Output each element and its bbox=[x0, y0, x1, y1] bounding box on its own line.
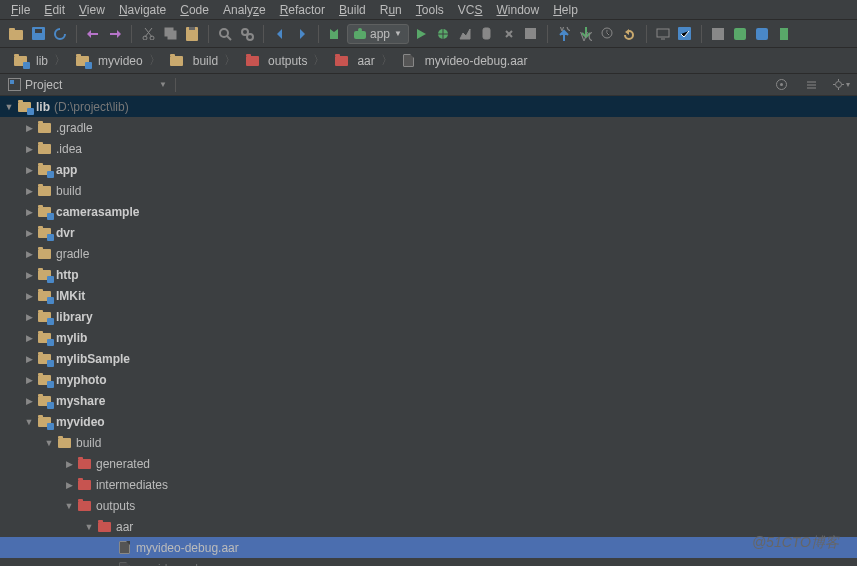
tree-row[interactable]: myshare bbox=[0, 390, 857, 411]
tb-extra-3-icon[interactable] bbox=[752, 24, 772, 44]
expand-arrow-icon[interactable] bbox=[84, 522, 94, 532]
open-file-icon[interactable] bbox=[6, 24, 26, 44]
menu-vcs[interactable]: VCS bbox=[451, 3, 490, 17]
tb-extra-4-icon[interactable] bbox=[774, 24, 794, 44]
tb-extra-1-icon[interactable] bbox=[708, 24, 728, 44]
apply-changes-icon[interactable] bbox=[499, 24, 519, 44]
tree-row[interactable]: myvideo-release.aar bbox=[0, 558, 857, 566]
menu-refactor[interactable]: Refactor bbox=[273, 3, 332, 17]
find-icon[interactable] bbox=[215, 24, 235, 44]
menu-code[interactable]: Code bbox=[173, 3, 216, 17]
expand-arrow-icon[interactable] bbox=[24, 165, 34, 175]
vcs-update-icon[interactable]: VCS bbox=[554, 24, 574, 44]
expand-arrow-icon[interactable] bbox=[24, 144, 34, 154]
expand-arrow-icon[interactable] bbox=[24, 396, 34, 406]
breadcrumb-item[interactable]: build bbox=[163, 53, 222, 69]
tree-row[interactable]: library bbox=[0, 306, 857, 327]
expand-arrow-icon[interactable] bbox=[44, 438, 54, 448]
undo-icon[interactable] bbox=[83, 24, 103, 44]
collapse-all-icon[interactable] bbox=[801, 75, 821, 95]
menu-file[interactable]: File bbox=[4, 3, 37, 17]
tree-row[interactable]: .idea bbox=[0, 138, 857, 159]
tree-row[interactable]: aar bbox=[0, 516, 857, 537]
tree-row[interactable]: http bbox=[0, 264, 857, 285]
settings-gear-icon[interactable]: ▾ bbox=[831, 75, 851, 95]
expand-arrow-icon[interactable] bbox=[24, 270, 34, 280]
breadcrumb-item[interactable]: aar bbox=[327, 53, 378, 69]
tree-row[interactable]: myvideo-debug.aar bbox=[0, 537, 857, 558]
tree-label: build bbox=[56, 184, 81, 198]
tree-row[interactable]: build bbox=[0, 180, 857, 201]
cut-icon[interactable] bbox=[138, 24, 158, 44]
expand-arrow-icon[interactable] bbox=[4, 102, 14, 112]
save-icon[interactable] bbox=[28, 24, 48, 44]
breadcrumb-item[interactable]: myvideo-debug.aar bbox=[395, 53, 532, 69]
expand-arrow-icon[interactable] bbox=[24, 228, 34, 238]
profile-icon[interactable] bbox=[455, 24, 475, 44]
make-icon[interactable] bbox=[325, 24, 345, 44]
expand-arrow-icon[interactable] bbox=[24, 123, 34, 133]
run-config-select[interactable]: app ▼ bbox=[347, 24, 409, 44]
breadcrumb-item[interactable]: lib bbox=[6, 53, 52, 69]
menu-tools[interactable]: Tools bbox=[409, 3, 451, 17]
paste-icon[interactable] bbox=[182, 24, 202, 44]
expand-arrow-icon[interactable] bbox=[24, 333, 34, 343]
menu-analyze[interactable]: Analyze bbox=[216, 3, 273, 17]
back-icon[interactable] bbox=[270, 24, 290, 44]
redo-icon[interactable] bbox=[105, 24, 125, 44]
avd-manager-icon[interactable] bbox=[653, 24, 673, 44]
tree-row[interactable]: outputs bbox=[0, 495, 857, 516]
tree-row[interactable]: camerasample bbox=[0, 201, 857, 222]
forward-icon[interactable] bbox=[292, 24, 312, 44]
tree-row[interactable]: dvr bbox=[0, 222, 857, 243]
expand-arrow-icon[interactable] bbox=[64, 501, 74, 511]
expand-arrow-icon[interactable] bbox=[24, 207, 34, 217]
svg-point-12 bbox=[247, 34, 253, 40]
tree-row[interactable]: myvideo bbox=[0, 411, 857, 432]
menu-edit[interactable]: Edit bbox=[37, 3, 72, 17]
expand-arrow-icon[interactable] bbox=[24, 249, 34, 259]
expand-arrow-icon[interactable] bbox=[24, 354, 34, 364]
expand-arrow-icon[interactable] bbox=[64, 480, 74, 490]
menu-view[interactable]: View bbox=[72, 3, 112, 17]
copy-icon[interactable] bbox=[160, 24, 180, 44]
tree-row[interactable]: gradle bbox=[0, 243, 857, 264]
tree-row[interactable]: app bbox=[0, 159, 857, 180]
attach-icon[interactable] bbox=[477, 24, 497, 44]
sync-icon[interactable] bbox=[50, 24, 70, 44]
vcs-commit-icon[interactable]: VCS bbox=[576, 24, 596, 44]
expand-arrow-icon[interactable] bbox=[24, 375, 34, 385]
expand-arrow-icon[interactable] bbox=[24, 312, 34, 322]
menu-run[interactable]: Run bbox=[373, 3, 409, 17]
menu-navigate[interactable]: Navigate bbox=[112, 3, 173, 17]
tb-extra-2-icon[interactable] bbox=[730, 24, 750, 44]
expand-arrow-icon[interactable] bbox=[24, 417, 34, 427]
debug-icon[interactable] bbox=[433, 24, 453, 44]
tree-row[interactable]: lib(D:\project\lib) bbox=[0, 96, 857, 117]
vcs-history-icon[interactable] bbox=[598, 24, 618, 44]
project-view-select[interactable]: Project ▼ bbox=[6, 78, 176, 92]
stop-icon[interactable] bbox=[521, 24, 541, 44]
tree-row[interactable]: .gradle bbox=[0, 117, 857, 138]
tree-row[interactable]: mylibSample bbox=[0, 348, 857, 369]
vcs-revert-icon[interactable] bbox=[620, 24, 640, 44]
tree-row[interactable]: build bbox=[0, 432, 857, 453]
replace-icon[interactable] bbox=[237, 24, 257, 44]
tree-row[interactable]: intermediates bbox=[0, 474, 857, 495]
breadcrumb-item[interactable]: outputs bbox=[238, 53, 311, 69]
sdk-manager-icon[interactable] bbox=[675, 24, 695, 44]
tree-row[interactable]: myphoto bbox=[0, 369, 857, 390]
breadcrumb-item[interactable]: myvideo bbox=[68, 53, 147, 69]
expand-arrow-icon[interactable] bbox=[24, 186, 34, 196]
menu-build[interactable]: Build bbox=[332, 3, 373, 17]
tree-row[interactable]: mylib bbox=[0, 327, 857, 348]
expand-arrow-icon[interactable] bbox=[24, 291, 34, 301]
tree-row[interactable]: IMKit bbox=[0, 285, 857, 306]
tree-row[interactable]: generated bbox=[0, 453, 857, 474]
locate-icon[interactable] bbox=[771, 75, 791, 95]
menu-help[interactable]: Help bbox=[546, 3, 585, 17]
project-tree[interactable]: lib(D:\project\lib).gradle.ideaappbuildc… bbox=[0, 96, 857, 566]
expand-arrow-icon[interactable] bbox=[64, 459, 74, 469]
menu-window[interactable]: Window bbox=[489, 3, 546, 17]
run-icon[interactable] bbox=[411, 24, 431, 44]
